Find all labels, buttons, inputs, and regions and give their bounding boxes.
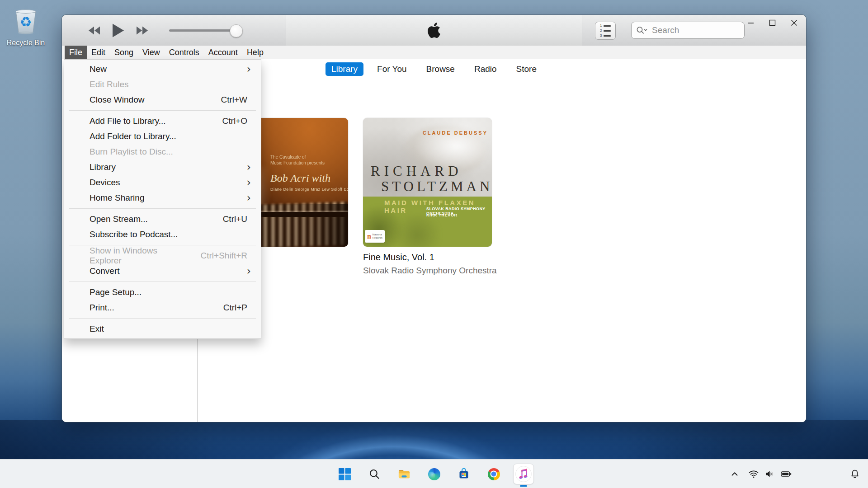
- menu-item-convert[interactable]: Convert ›: [64, 263, 261, 279]
- album-composer-text: CLAUDE DEBUSSY: [423, 130, 488, 136]
- view-options-button[interactable]: 1 2 3: [595, 22, 616, 40]
- volume-slider[interactable]: [169, 15, 241, 46]
- submenu-chevron-icon: ›: [246, 267, 251, 276]
- menu-song[interactable]: Song: [110, 46, 138, 59]
- maximize-icon: [769, 19, 776, 26]
- itunes-icon: [515, 465, 532, 483]
- itunes-taskbar-button[interactable]: [513, 464, 534, 484]
- file-menu-dropdown: New › Edit Rules Close Window Ctrl+W Add…: [64, 59, 261, 339]
- menu-item-library[interactable]: Library ›: [64, 160, 261, 175]
- menu-item-home-sharing[interactable]: Home Sharing ›: [64, 190, 261, 206]
- file-explorer-icon: [397, 468, 411, 480]
- play-button[interactable]: [112, 23, 124, 38]
- close-icon: [791, 19, 797, 26]
- window-controls: [745, 15, 800, 30]
- svg-text:♻: ♻: [20, 14, 32, 30]
- playback-controls: [88, 15, 148, 46]
- album-performer-text: STOLTZMAN: [381, 178, 492, 195]
- volume-icon: [762, 465, 778, 483]
- notification-bell-button[interactable]: [847, 465, 863, 483]
- record-label-logo: n Navona Records: [365, 230, 385, 243]
- submenu-chevron-icon: ›: [246, 193, 251, 202]
- close-button[interactable]: [788, 17, 800, 28]
- menu-file[interactable]: File: [65, 46, 87, 59]
- album-artist-link[interactable]: Slovak Radio Symphony Orchestra: [363, 266, 497, 276]
- start-button[interactable]: [334, 464, 355, 484]
- taskbar: [0, 459, 868, 488]
- submenu-chevron-icon: ›: [246, 163, 251, 172]
- wifi-icon: [746, 465, 761, 483]
- search-input[interactable]: [651, 25, 730, 36]
- network-volume-battery-group[interactable]: [746, 465, 794, 483]
- microsoft-store-button[interactable]: [453, 464, 474, 484]
- album-title-link[interactable]: Fine Music, Vol. 1: [363, 252, 497, 263]
- next-icon: [136, 26, 148, 35]
- search-icon: [368, 468, 380, 480]
- menu-bar: File Edit Song View Controls Account Hel…: [62, 46, 806, 59]
- minimize-icon: [747, 19, 754, 26]
- menu-item-show-in-windows-explorer: Show in Windows Explorer Ctrl+Shift+R: [64, 248, 261, 263]
- menu-item-add-folder-to-library[interactable]: Add Folder to Library...: [64, 129, 261, 144]
- menu-item-add-file-to-library[interactable]: Add File to Library... Ctrl+O: [64, 113, 261, 129]
- volume-knob[interactable]: [230, 24, 243, 38]
- menu-item-close-window[interactable]: Close Window Ctrl+W: [64, 92, 261, 108]
- menu-item-burn-playlist: Burn Playlist to Disc...: [64, 144, 261, 160]
- chrome-icon: [488, 468, 500, 480]
- menu-account[interactable]: Account: [204, 46, 242, 59]
- windows-start-icon: [339, 468, 351, 480]
- microsoft-store-icon: [458, 468, 470, 480]
- menu-view[interactable]: View: [138, 46, 165, 59]
- menu-separator: [69, 318, 256, 319]
- recycle-bin-shortcut[interactable]: ♻ Recycle Bin: [5, 7, 46, 47]
- chrome-browser-button[interactable]: [483, 464, 504, 484]
- play-icon: [112, 23, 124, 38]
- bell-icon: [849, 469, 860, 479]
- tab-browse[interactable]: Browse: [420, 62, 461, 76]
- menu-item-subscribe-to-podcast[interactable]: Subscribe to Podcast...: [64, 227, 261, 242]
- album-cover-fine-music[interactable]: CLAUDE DEBUSSY RICHARD STOLTZMAN MAID WI…: [363, 118, 492, 247]
- tab-store[interactable]: Store: [510, 62, 542, 76]
- maximize-button[interactable]: [766, 17, 778, 28]
- album-performer-text: RICHARD: [371, 163, 462, 179]
- active-app-indicator: [520, 485, 527, 487]
- album-caption: Fine Music, Vol. 1 Slovak Radio Symphony…: [363, 252, 497, 276]
- menu-controls[interactable]: Controls: [165, 46, 204, 59]
- menu-item-page-setup[interactable]: Page Setup...: [64, 285, 261, 300]
- minimize-button[interactable]: [745, 17, 756, 28]
- next-track-button[interactable]: [136, 26, 148, 35]
- menu-separator: [69, 110, 256, 111]
- numbered-list-icon: 1 2 3: [600, 24, 611, 38]
- desktop: ♻ Recycle Bin: [0, 0, 868, 488]
- itunes-toolbar: 1 2 3: [62, 15, 806, 46]
- album-art-text: The Cavalcade of Music Foundation presen…: [270, 154, 348, 192]
- album-conductor-text: KIRK TREVOR: [426, 213, 458, 217]
- chevron-up-icon: [730, 469, 740, 479]
- system-tray: [727, 460, 868, 488]
- edge-browser-button[interactable]: [424, 464, 444, 484]
- search-box[interactable]: [631, 22, 745, 39]
- battery-icon: [778, 465, 794, 483]
- menu-item-exit[interactable]: Exit: [64, 321, 261, 337]
- edge-icon: [428, 468, 440, 480]
- menu-item-edit-rules: Edit Rules: [64, 77, 261, 92]
- itunes-window: 1 2 3: [62, 15, 806, 422]
- menu-separator: [69, 208, 256, 209]
- menu-item-devices[interactable]: Devices ›: [64, 175, 261, 190]
- taskbar-search-button[interactable]: [364, 464, 385, 484]
- menu-separator: [69, 282, 256, 282]
- recycle-bin-icon: ♻: [12, 7, 40, 36]
- submenu-chevron-icon: ›: [246, 178, 251, 187]
- tab-library[interactable]: Library: [326, 62, 363, 76]
- file-explorer-button[interactable]: [394, 464, 415, 484]
- menu-item-new[interactable]: New ›: [64, 61, 261, 77]
- search-icon: [636, 26, 648, 35]
- tab-radio[interactable]: Radio: [468, 62, 503, 76]
- tab-for-you[interactable]: For You: [371, 62, 413, 76]
- previous-track-button[interactable]: [88, 26, 100, 35]
- tray-overflow-button[interactable]: [727, 465, 742, 483]
- recycle-bin-label: Recycle Bin: [5, 39, 46, 47]
- menu-item-open-stream[interactable]: Open Stream... Ctrl+U: [64, 211, 261, 227]
- menu-help[interactable]: Help: [242, 46, 268, 59]
- menu-edit[interactable]: Edit: [87, 46, 110, 59]
- menu-item-print[interactable]: Print... Ctrl+P: [64, 300, 261, 315]
